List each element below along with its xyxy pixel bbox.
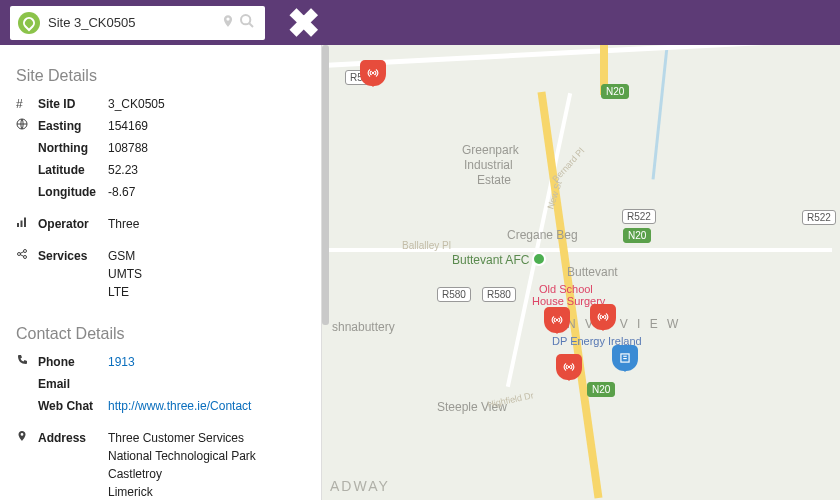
- operator-value: Three: [108, 215, 305, 233]
- latitude-value: 52.23: [108, 161, 305, 179]
- place-label: shnabuttery: [332, 320, 395, 334]
- siteid-value: 3_CK0505: [108, 95, 305, 113]
- globe-icon: [16, 117, 38, 135]
- northing-label: Northing: [38, 139, 108, 157]
- phone-icon: [16, 353, 38, 371]
- place-label: Buttevant: [567, 265, 618, 279]
- phone-link[interactable]: 1913: [108, 355, 135, 369]
- road-shield: N20: [623, 228, 651, 243]
- email-value: [108, 375, 305, 393]
- app-logo-icon: [18, 12, 40, 34]
- services-label: Services: [38, 247, 108, 301]
- poi-pin-icon: [532, 252, 546, 266]
- share-icon: [16, 247, 38, 301]
- poi-label: Old School: [539, 283, 593, 295]
- road-shield: R522: [802, 210, 836, 225]
- easting-value: 154169: [108, 117, 305, 135]
- road-shield: R580: [437, 287, 471, 302]
- road-shield: R580: [482, 287, 516, 302]
- site-marker-icon[interactable]: [556, 354, 582, 380]
- siteid-label: Site ID: [38, 95, 108, 113]
- svg-line-9: [20, 252, 24, 254]
- close-icon[interactable]: ✖: [287, 3, 321, 43]
- place-label: Greenpark: [462, 143, 519, 157]
- northing-value: 108788: [108, 139, 305, 157]
- contact-details-heading: Contact Details: [16, 325, 305, 343]
- operator-label: Operator: [38, 215, 108, 233]
- street-label: Highfield Dr: [486, 390, 534, 410]
- phone-label: Phone: [38, 353, 108, 371]
- search-box: [10, 6, 265, 40]
- svg-point-12: [556, 319, 557, 320]
- search-input[interactable]: [48, 15, 221, 30]
- email-label: Email: [38, 375, 108, 393]
- details-panel: Site Details # Site ID 3_CK0505 Easting …: [0, 0, 322, 500]
- svg-point-0: [241, 15, 250, 24]
- place-label: Cregane Beg: [507, 228, 578, 242]
- address-value: Three Customer Services National Technol…: [108, 429, 305, 500]
- services-value: GSM UMTS LTE: [108, 247, 305, 301]
- webchat-link[interactable]: http://www.three.ie/Contact: [108, 399, 251, 413]
- place-label: N V E V I E W: [567, 317, 681, 331]
- road-shield: R522: [622, 209, 656, 224]
- svg-point-13: [602, 316, 603, 317]
- road-shield: N20: [587, 382, 615, 397]
- location-pin-icon[interactable]: [221, 14, 239, 32]
- address-pin-icon: [16, 429, 38, 500]
- longitude-value: -8.67: [108, 183, 305, 201]
- signal-icon: [16, 215, 38, 233]
- webchat-label: Web Chat: [38, 397, 108, 415]
- site-marker-icon[interactable]: [360, 60, 386, 86]
- svg-point-14: [568, 366, 569, 367]
- poi-label: Buttevant AFC: [452, 253, 529, 267]
- longitude-label: Longitude: [38, 183, 108, 201]
- easting-label: Easting: [38, 117, 108, 135]
- top-bar: ✖: [0, 0, 840, 45]
- svg-line-1: [249, 23, 253, 27]
- svg-rect-5: [24, 218, 26, 228]
- place-label: Estate: [477, 173, 511, 187]
- address-label: Address: [38, 429, 108, 500]
- selected-marker-icon[interactable]: [612, 345, 638, 371]
- map-overlay-text: ADWAY: [330, 478, 390, 494]
- site-marker-icon[interactable]: [590, 304, 616, 330]
- main-map[interactable]: R522 R522 R522 R580 R580 N20 N20 N20 Gre…: [322, 0, 840, 500]
- svg-rect-3: [17, 223, 19, 227]
- site-details-heading: Site Details: [16, 67, 305, 85]
- search-icon[interactable]: [239, 13, 257, 33]
- site-marker-icon[interactable]: [544, 307, 570, 333]
- latitude-label: Latitude: [38, 161, 108, 179]
- svg-rect-4: [21, 221, 23, 228]
- place-label: Industrial: [464, 158, 513, 172]
- panel-scrollbar[interactable]: [322, 45, 329, 325]
- street-label: Ballalley Pl: [402, 240, 451, 251]
- hash-icon: #: [16, 95, 38, 113]
- svg-point-11: [372, 72, 373, 73]
- svg-line-10: [20, 255, 24, 257]
- road-shield: N20: [601, 84, 629, 99]
